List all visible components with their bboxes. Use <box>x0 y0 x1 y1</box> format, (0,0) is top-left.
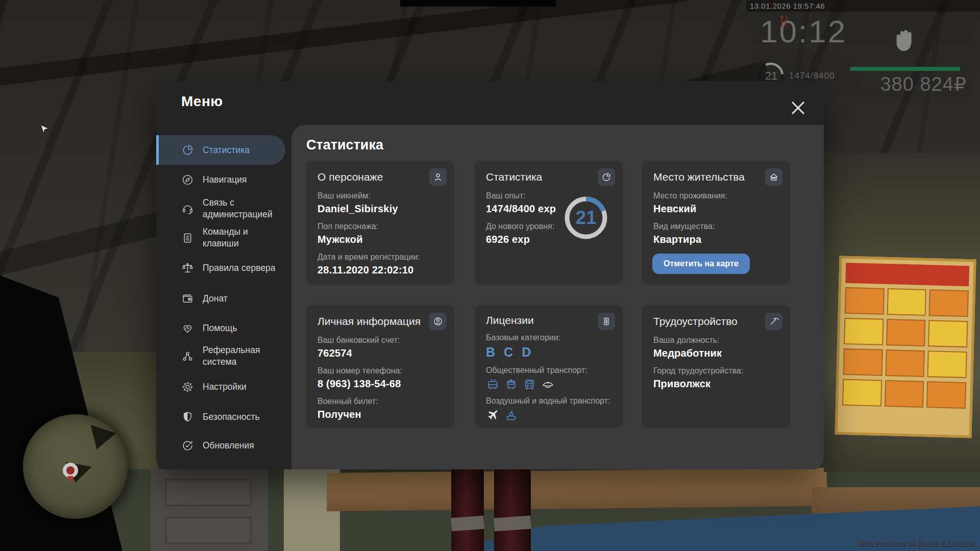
card-statistics: Статистика Ваш опыт: 1474/8400 exp До но… <box>475 161 623 285</box>
sidebar-item-security[interactable]: Безопасность <box>156 402 285 432</box>
wallet-icon <box>181 292 194 305</box>
door-panel <box>165 479 252 507</box>
sidebar-item-help[interactable]: Помощь <box>156 313 285 343</box>
character-leg <box>451 468 484 551</box>
card-title: Трудоустройство <box>653 315 779 328</box>
menu-window: Меню Статистика Навигация Связь с админи… <box>156 81 824 469</box>
field-label: Ваш никнейм: <box>317 191 443 201</box>
minimap-marker <box>84 425 116 454</box>
hud-exp-fraction: 1474/8400 <box>789 71 835 81</box>
person-circle-icon <box>429 313 447 330</box>
military-id-value: Получен <box>317 409 443 420</box>
field-label: Военный билет: <box>317 397 443 406</box>
card-residence: Место жительства Место проживания: Невск… <box>642 161 790 285</box>
sidebar-item-commands-keys[interactable]: Команды и клавиши <box>156 223 285 253</box>
compass-icon <box>181 173 194 186</box>
hud-exp-bar <box>850 67 960 71</box>
document-list-icon <box>181 231 194 244</box>
character-leg <box>494 468 531 551</box>
sidebar-item-referral[interactable]: Реферальная система <box>156 341 285 371</box>
field-label: Вид имущества: <box>653 222 779 231</box>
scales-icon <box>181 261 194 274</box>
hud-clock: 10:12 <box>760 13 847 49</box>
tram-icon <box>504 378 518 391</box>
page-title: Статистика <box>306 137 383 153</box>
card-title: Личная информация <box>317 315 443 328</box>
category-d: D <box>522 345 531 360</box>
headset-icon <box>181 202 194 215</box>
level-number: 21 <box>562 194 609 241</box>
sidebar-item-donate[interactable]: Донат <box>156 284 285 313</box>
field-label: Пол персонажа: <box>317 222 443 231</box>
first-aid-poster <box>835 256 976 438</box>
job-title-value: Медработник <box>653 347 779 359</box>
category-c: C <box>504 345 513 360</box>
card-licenses: Лицензии Базовые категории: B C D Общест… <box>475 305 623 428</box>
wooden-bench <box>327 468 827 511</box>
property-value: Квартира <box>653 234 779 245</box>
sidebar-item-updates[interactable]: Обновления <box>156 431 285 460</box>
server-watermark: MTA Province #4 (build: 6.12422.9) <box>859 540 976 548</box>
network-icon <box>181 349 194 363</box>
close-icon[interactable] <box>789 99 807 117</box>
hud-money: 380 824₽ <box>880 73 967 95</box>
job-city-value: Приволжск <box>653 378 779 390</box>
mark-on-map-button[interactable]: Отметить на карте <box>652 254 750 274</box>
category-b: B <box>486 345 495 360</box>
sidebar-item-navigation[interactable]: Навигация <box>156 165 285 194</box>
card-title: Статистика <box>486 171 611 183</box>
categories-label: Базовые категории: <box>486 333 611 342</box>
ship-icon <box>504 408 518 422</box>
house-icon <box>765 168 782 186</box>
pie-chart-icon <box>181 143 194 157</box>
field-label: Место проживания: <box>653 191 779 201</box>
hunger-utensils-icon <box>778 15 790 28</box>
registration-value: 28.11.2020 22:02:10 <box>317 264 443 276</box>
level-progress-ring: 21 <box>562 194 609 241</box>
shield-icon <box>181 410 194 423</box>
sidebar-item-settings[interactable]: Настройки <box>156 372 285 402</box>
train-icon <box>523 378 536 391</box>
trolleybus-icon <box>486 378 500 391</box>
card-title: Лицензии <box>486 314 611 327</box>
captain-cap-icon <box>541 378 555 391</box>
gender-value: Мужской <box>317 234 443 245</box>
card-title: О персонаже <box>317 171 443 183</box>
fist-icon <box>891 23 915 55</box>
residence-value: Невский <box>653 203 779 215</box>
minimap-player-pin <box>63 463 78 478</box>
public-transport-label: Общественный транспорт: <box>486 366 611 375</box>
exp-value: 1474/8400 exp <box>486 203 568 215</box>
air-water-transport-icons <box>486 408 611 422</box>
phone-value: 8 (963) 138-54-68 <box>317 378 443 390</box>
gear-icon <box>181 380 194 393</box>
field-label: Ваша должность: <box>653 336 779 345</box>
sidebar-item-server-rules[interactable]: Правила сервера <box>156 253 285 283</box>
air-water-transport-label: Воздушный и водный транспорт: <box>486 396 611 406</box>
door-panel <box>165 516 252 544</box>
bank-account-value: 762574 <box>317 347 443 359</box>
card-personal-info: Личная информация Ваш банковский счет: 7… <box>306 305 454 428</box>
nickname-value: Daniel_Sibirskiy <box>317 203 443 215</box>
field-label: До нового уровня: <box>486 222 568 231</box>
refresh-check-icon <box>181 439 194 452</box>
menu-title: Меню <box>181 93 223 110</box>
card-employment: Трудоустройство Ваша должность: Медработ… <box>642 305 790 428</box>
field-label: Город трудоустройства: <box>653 366 779 375</box>
person-icon <box>429 168 447 186</box>
heart-handshake-icon <box>181 321 194 335</box>
sidebar-item-admin-contact[interactable]: Связь с администрацией <box>156 194 285 223</box>
pie-chart-icon <box>598 168 615 186</box>
field-label: Ваш банковский счет: <box>317 336 443 345</box>
id-card-icon <box>598 313 615 330</box>
scene-dark-bar <box>400 0 556 7</box>
card-title: Место жительства <box>653 171 779 183</box>
game-screen: 13.01.2026 19:57:46 10:12 21 1474/8400 3… <box>0 0 980 551</box>
hud-datetime: 13.01.2026 19:57:46 <box>750 2 825 10</box>
sidebar-item-statistics[interactable]: Статистика <box>156 135 285 165</box>
license-categories: B C D <box>486 345 611 360</box>
menu-content: Статистика О персонаже Ваш никнейм: Dani… <box>291 125 824 469</box>
pickaxe-icon <box>765 313 782 330</box>
exp-to-next-value: 6926 exp <box>486 234 568 245</box>
door <box>151 469 268 551</box>
